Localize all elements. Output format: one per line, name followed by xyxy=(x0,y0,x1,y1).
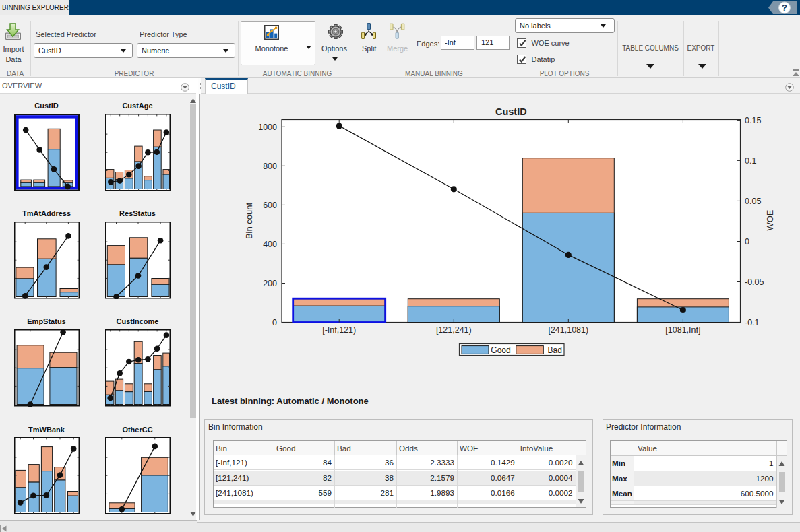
svg-text:1000: 1000 xyxy=(258,123,277,132)
svg-text:400: 400 xyxy=(263,240,277,249)
svg-text:0.1: 0.1 xyxy=(745,156,756,166)
svg-text:0: 0 xyxy=(272,318,277,327)
svg-text:Good: Good xyxy=(491,345,510,355)
svg-text:200: 200 xyxy=(263,279,277,288)
svg-text:[-Inf,121): [-Inf,121) xyxy=(322,325,356,335)
svg-text:-0.1: -0.1 xyxy=(745,318,760,327)
svg-text:[241,1081): [241,1081) xyxy=(548,325,588,335)
svg-text:Bin count: Bin count xyxy=(244,203,254,240)
svg-text:[1081,Inf]: [1081,Inf] xyxy=(665,325,700,335)
svg-text:CustID: CustID xyxy=(495,106,527,117)
svg-text:800: 800 xyxy=(263,162,277,171)
svg-text:0.05: 0.05 xyxy=(745,197,761,206)
svg-text:600: 600 xyxy=(263,201,277,210)
svg-text:?: ? xyxy=(782,3,787,13)
svg-text:WOE: WOE xyxy=(765,209,775,230)
svg-text:-0.05: -0.05 xyxy=(745,277,764,287)
svg-text:0: 0 xyxy=(745,237,749,246)
svg-text:Bad: Bad xyxy=(548,345,562,355)
svg-text:[121,241): [121,241) xyxy=(436,325,472,335)
svg-text:0.15: 0.15 xyxy=(745,116,761,125)
